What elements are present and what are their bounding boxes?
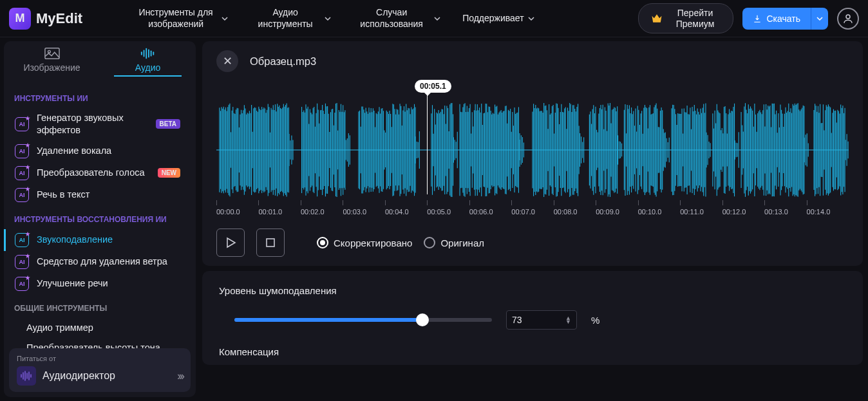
cat-general-header: ОБЩИЕ ИНСТРУМЕНТЫ [4, 295, 189, 318]
ruler-tick: 00:07.0 [511, 200, 553, 219]
sidebar-item-sfx-generator[interactable]: AI Генератор звуковых эффектов BETA [4, 108, 189, 140]
nav-support[interactable]: Поддерживает [462, 7, 534, 30]
nav-label: Аудио инструменты [250, 7, 321, 30]
number-steppers[interactable]: ▲ ▼ [565, 316, 571, 324]
new-badge: NEW [158, 168, 180, 178]
denoise-slider[interactable] [234, 318, 492, 322]
sidebar-item-label: Средство для удаления ветра [37, 256, 180, 268]
nav-right: Перейти Премиум Скачать [638, 3, 860, 34]
cat-restore-header: ИНСТРУМЕНТЫ ВОССТАНОВЛЕНИЯ ИИ [4, 206, 189, 229]
file-name: Образец.mp3 [250, 55, 316, 68]
sidebar: Изображение Аудио ИНСТРУМЕНТЫ ИИ AI Гене… [4, 41, 196, 397]
image-icon [44, 47, 60, 60]
ruler-tick: 00:10.0 [638, 200, 680, 219]
tab-label: Аудио [135, 62, 161, 73]
brand-name: MyEdit [36, 10, 82, 27]
ai-icon: AI [15, 255, 29, 269]
ruler-tick: 00:03.0 [343, 200, 384, 219]
sidebar-item-label: Аудио триммер [26, 322, 180, 334]
settings-panel: Уровень шумоподавления 73 ▲ ▼ % Компенса… [202, 271, 863, 365]
sidebar-item-speech-to-text[interactable]: AI Речь в текст [4, 184, 189, 206]
svg-point-2 [48, 50, 50, 53]
nav-label: Случаи использования [353, 7, 430, 30]
ruler-tick: 00:04.0 [385, 200, 427, 219]
ai-icon: AI [15, 233, 29, 247]
sidebar-item-voice-changer[interactable]: AI Преобразователь голоса NEW [4, 162, 189, 184]
compensation-label: Компенсация [219, 346, 846, 357]
ai-icon: AI [15, 277, 29, 291]
playback-controls: Скорректировано Оригинал [216, 219, 849, 259]
nav-image-tools[interactable]: Инструменты для изображений [134, 7, 228, 30]
main-area: ✕ Образец.mp3 00:05.1 00:00.000:01.000:0… [196, 37, 868, 401]
radio-label: Скорректировано [334, 238, 412, 248]
play-button[interactable] [216, 228, 245, 257]
account-avatar[interactable] [837, 8, 859, 30]
close-file-button[interactable]: ✕ [216, 50, 238, 72]
sidebar-item-speech-enhance[interactable]: AI Улучшение речи [4, 273, 189, 295]
radio-icon [424, 237, 435, 248]
download-button[interactable]: Скачать [742, 8, 811, 30]
denoise-slider-row: 73 ▲ ▼ % [219, 310, 846, 330]
waveform-svg [216, 100, 849, 200]
chevron-down-icon [325, 15, 331, 22]
chevrons-right-icon: ››› [177, 369, 183, 383]
slider-fill [234, 318, 422, 322]
ruler-tick: 00:02.0 [301, 200, 343, 219]
beta-badge: BETA [156, 119, 180, 129]
stop-button[interactable] [256, 228, 285, 257]
slider-thumb[interactable] [416, 313, 429, 326]
nav-label: Поддерживает [462, 13, 524, 24]
audiodirector-link[interactable]: Аудиодиректор ››› [17, 366, 183, 386]
download-split-button[interactable] [811, 8, 828, 30]
radio-corrected[interactable]: Скорректировано [317, 237, 412, 248]
ruler-tick: 00:01.0 [258, 200, 300, 219]
chevron-down-icon [528, 15, 534, 22]
svg-rect-575 [267, 239, 274, 247]
footer-product-label: Аудиодиректор [42, 370, 115, 382]
nav-label: Инструменты для изображений [134, 7, 218, 30]
sidebar-item-label: Улучшение речи [37, 277, 180, 290]
sidebar-item-label: Речь в текст [37, 189, 180, 201]
file-row: ✕ Образец.mp3 [216, 50, 849, 75]
nav-use-cases[interactable]: Случаи использования [353, 7, 440, 30]
sidebar-item-denoise[interactable]: AI Звукоподавление [4, 229, 189, 251]
sidebar-item-vocal-remove[interactable]: AI Удаление вокала [4, 140, 189, 162]
sidebar-item-trimmer[interactable]: Аудио триммер [4, 318, 189, 338]
svg-rect-1 [44, 48, 59, 59]
tab-label: Изображение [23, 62, 80, 73]
download-label: Скачать [767, 14, 801, 24]
ruler-tick: 00:08.0 [554, 200, 596, 219]
premium-label: Перейти Премиум [670, 8, 721, 30]
nav-links: Инструменты для изображений Аудио инстру… [134, 7, 534, 30]
tab-audio[interactable]: Аудио [100, 41, 196, 82]
radio-original[interactable]: Оригинал [424, 237, 484, 248]
logo-mark-icon: M [9, 8, 31, 30]
ruler-tick: 00:05.0 [427, 200, 469, 219]
sidebar-tabs: Изображение Аудио [4, 41, 196, 82]
sidebar-item-label: Генератор звуковых эффектов [37, 112, 148, 136]
sidebar-item-label: Звукоподавление [37, 234, 180, 246]
ruler-tick: 00:11.0 [680, 200, 722, 219]
svg-point-0 [846, 15, 850, 19]
sidebar-item-label: Удаление вокала [37, 145, 180, 157]
nav-audio-tools[interactable]: Аудио инструменты [250, 7, 331, 30]
sidebar-item-wind-remove[interactable]: AI Средство для удаления ветра [4, 251, 189, 273]
ruler-tick: 00:13.0 [764, 200, 806, 219]
sidebar-footer: Питаться от Аудиодиректор ››› [9, 348, 191, 392]
playhead-line[interactable] [427, 93, 428, 194]
cat-ai-header: ИНСТРУМЕНТЫ ИИ [4, 85, 189, 108]
chevron-down-icon [222, 15, 228, 22]
radio-label: Оригинал [440, 238, 484, 248]
download-icon [753, 14, 762, 23]
denoise-level-label: Уровень шумоподавления [219, 285, 846, 296]
audio-waveform-icon [140, 47, 156, 60]
ai-icon: AI [15, 188, 29, 202]
premium-button[interactable]: Перейти Премиум [638, 3, 733, 34]
brand-logo[interactable]: M MyEdit [9, 8, 82, 30]
sidebar-item-label: Преобразователь голоса [37, 167, 150, 179]
denoise-value-input[interactable]: 73 ▲ ▼ [506, 310, 577, 330]
audiodirector-icon [17, 366, 36, 386]
tab-image[interactable]: Изображение [4, 41, 100, 82]
step-down-icon[interactable]: ▼ [565, 320, 571, 324]
waveform-area[interactable]: 00:05.1 00:00.000:01.000:02.000:03.000:0… [216, 75, 849, 219]
